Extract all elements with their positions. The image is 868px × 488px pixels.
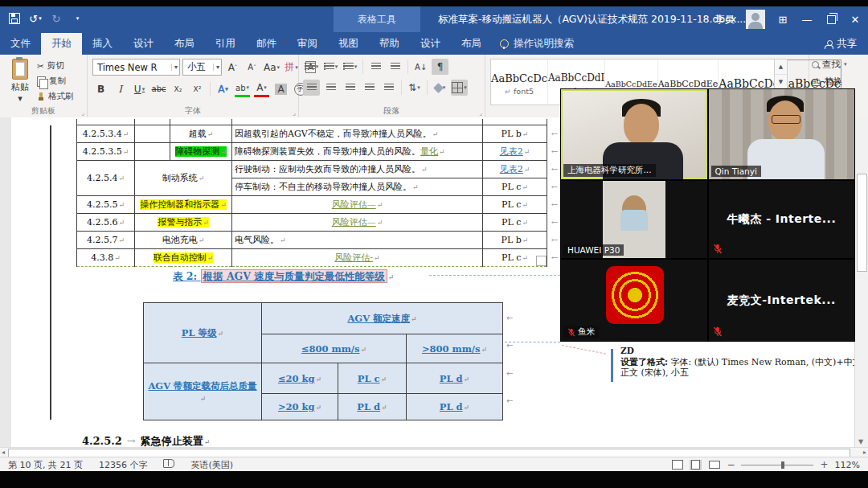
proofing-status[interactable] — [155, 459, 182, 470]
revision-comment[interactable]: ZD 设置了格式: 字体: (默认) Times New Roman, (中文)… — [620, 346, 862, 379]
participant-tile[interactable]: 鱼米 — [561, 260, 707, 341]
ribbon-display-options-button[interactable]: ⊞ — [776, 12, 789, 27]
user-avatar[interactable] — [746, 10, 765, 29]
styles-scroll-up-button[interactable]: ▲ — [775, 59, 787, 75]
paste-button[interactable]: 粘贴 ▾ — [6, 59, 34, 105]
font-color-button[interactable]: A▾ — [253, 80, 270, 98]
increase-indent-button[interactable] — [387, 59, 403, 75]
strikethrough-button[interactable]: abc — [150, 81, 167, 97]
shading-button[interactable]: ▾ — [432, 80, 448, 96]
font-name-combo[interactable]: Times New R▾ — [92, 59, 180, 76]
clipboard-dialog-launcher[interactable]: ⌟ — [81, 109, 84, 117]
find-button[interactable]: 查找▾ — [812, 57, 868, 72]
table-row[interactable]: 4.2.5.4 制动系统 行驶制动：应制动失效而导致的冲撞人员风险。 见表2 ← — [77, 161, 565, 178]
read-mode-button[interactable] — [671, 460, 683, 470]
bold-button[interactable]: B — [92, 81, 109, 97]
subscript-button[interactable]: X₂ — [170, 81, 186, 97]
undo-dropdown-icon[interactable]: ▾ — [39, 15, 42, 22]
video-tile[interactable]: HUAWEI P30 — [561, 181, 707, 258]
line-spacing-button[interactable]: ⇅▾ — [406, 80, 423, 96]
table-row[interactable]: PL 等级 AGV 额定速度 — [144, 303, 503, 334]
participant-tile[interactable]: 牛曦杰 - Interte... — [709, 181, 855, 258]
table-row[interactable]: 4.2.5.6 报警与指示 风险评估— PL c ← — [77, 214, 565, 232]
tab-view[interactable]: 视图 — [328, 33, 369, 55]
tab-mailings[interactable]: 邮件 — [246, 33, 287, 55]
zoom-level[interactable]: 112% — [835, 460, 860, 470]
show-formatting-marks-button[interactable]: ¶ — [432, 59, 448, 75]
table2-title[interactable]: 表 2: 根据 AGV 速度与质量判定最低性能等级 — [173, 270, 394, 284]
risk-table[interactable]: 4.2.5.3.4 超载 因超载引起的AGV不稳定，而导致冲撞人员风险。 PL … — [76, 119, 565, 267]
language-indicator[interactable]: 英语(美国) — [182, 459, 241, 471]
italic-button[interactable]: I — [112, 81, 129, 97]
web-layout-button[interactable] — [708, 460, 720, 470]
print-layout-button[interactable] — [690, 460, 702, 470]
table-row[interactable]: 4.3.8 联合自动控制 风险评估- PL c ← — [77, 249, 565, 267]
text-effects-button[interactable]: A▾ — [215, 81, 231, 97]
decrease-indent-button[interactable] — [367, 59, 384, 75]
save-button[interactable] — [8, 11, 21, 26]
grow-font-button[interactable]: A˄ — [224, 59, 241, 76]
font-dialog-launcher[interactable]: ⌟ — [293, 109, 296, 117]
format-painter-button[interactable]: 格式刷 — [37, 90, 74, 103]
numbering-button[interactable]: ▾ — [322, 59, 339, 75]
tab-layout[interactable]: 布局 — [164, 33, 205, 55]
distribute-button[interactable] — [380, 80, 397, 96]
tab-home[interactable]: 开始 — [41, 33, 82, 55]
table-resize-handle[interactable] — [536, 256, 547, 266]
qat-customize-button[interactable]: ▾ — [71, 11, 84, 26]
superscript-button[interactable]: X² — [189, 81, 206, 97]
cut-button[interactable]: ✂剪切 — [37, 59, 74, 72]
tab-insert[interactable]: 插入 — [82, 33, 123, 55]
tab-references[interactable]: 引用 — [205, 33, 246, 55]
highlight-color-button[interactable]: ab▾ — [234, 80, 251, 98]
zoom-slider-knob[interactable] — [781, 461, 784, 469]
shrink-font-button[interactable]: A˅ — [244, 59, 260, 76]
word-count[interactable]: 12356 个字 — [91, 459, 156, 471]
copy-button[interactable]: 复制 — [37, 75, 74, 88]
character-shading-button[interactable]: A — [272, 81, 289, 97]
align-right-button[interactable] — [342, 80, 358, 96]
styles-scroll-down-button[interactable]: ▼ — [775, 75, 787, 90]
borders-button[interactable]: ▾ — [451, 80, 468, 96]
tell-me-search[interactable]: 操作说明搜索 — [492, 33, 582, 55]
sort-button[interactable]: A↓ — [412, 59, 429, 75]
restore-button[interactable] — [825, 12, 837, 27]
table-row[interactable]: 4.2.5.5 操作控制器和指示器 风险评估— PL c ← — [77, 196, 565, 214]
change-case-button[interactable]: Aa▾ — [263, 59, 280, 76]
vertical-scrollbar-thumb[interactable] — [857, 174, 867, 272]
video-tile-active-speaker[interactable]: 上海电器科学研究所... — [561, 89, 707, 179]
tab-help[interactable]: 帮助 — [369, 33, 410, 55]
tab-design[interactable]: 设计 — [123, 33, 164, 55]
tab-file[interactable]: 文件 — [0, 33, 41, 55]
scroll-down-arrow[interactable]: ▼ — [858, 438, 863, 445]
font-size-combo[interactable]: 小五▾ — [182, 59, 222, 76]
table-row[interactable]: 4.2.5.7 电池充电 电气风险。 PL b ← — [77, 232, 565, 249]
paste-dropdown-icon[interactable]: ▾ — [18, 93, 23, 104]
section-heading[interactable]: 4.2.5.2→紧急停止装置 — [82, 434, 210, 447]
pl-table[interactable]: PL 等级 AGV 额定速度 ≤800 mm/s >800 mm/s AGV 带… — [143, 302, 503, 420]
style-item[interactable]: AaBbCcDc font5 — [491, 59, 548, 105]
redo-button[interactable]: ↻ — [50, 11, 63, 26]
share-button[interactable]: 共享 — [813, 33, 868, 55]
underline-button[interactable]: U▾ — [131, 81, 148, 97]
video-tile[interactable]: Qin Tianyi — [709, 89, 855, 179]
align-left-button[interactable] — [303, 80, 320, 96]
minimize-button[interactable]: — — [800, 12, 813, 27]
undo-button[interactable]: ↺▾ — [29, 11, 42, 26]
table-row[interactable]: 4.2.5.3.5 障碍物探测 障碍物探测装置失效，而导致冲撞人员的风险。量化 … — [77, 143, 565, 161]
paragraph-dialog-launcher[interactable]: ⌟ — [479, 109, 482, 117]
close-button[interactable]: ✕ — [849, 12, 862, 27]
tab-review[interactable]: 审阅 — [287, 33, 328, 55]
vertical-scrollbar[interactable]: ▼ — [854, 117, 868, 447]
bullets-button[interactable]: ▾ — [303, 59, 320, 75]
participant-tile[interactable]: 麦竞文-Intertek... — [709, 260, 855, 341]
zoom-slider[interactable] — [741, 465, 813, 465]
page-indicator[interactable]: 第 10 页, 共 21 页 — [0, 459, 91, 471]
tab-table-layout[interactable]: 布局 — [451, 33, 492, 55]
table-row[interactable]: 4.2.5.3.4 超载 因超载引起的AGV不稳定，而导致冲撞人员风险。 PL … — [77, 125, 565, 143]
replace-button[interactable]: ab 替换 — [812, 74, 868, 88]
table-row[interactable]: AGV 带额定载荷后总质量 ≤20 kg PL c PL d — [144, 363, 503, 394]
zoom-in-button[interactable]: + — [820, 459, 828, 470]
align-center-button[interactable] — [322, 80, 339, 96]
tab-table-design[interactable]: 设计 — [410, 33, 451, 55]
